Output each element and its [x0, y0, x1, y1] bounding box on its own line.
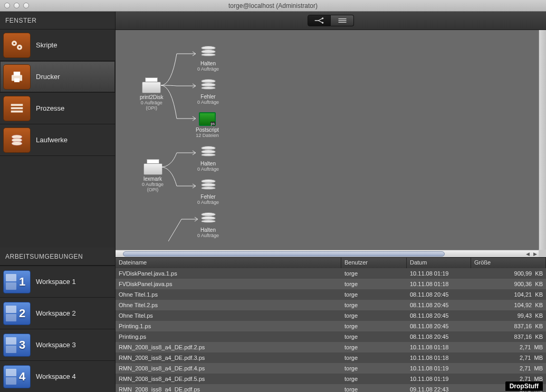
- cell-date: 09.11.08 22:43: [407, 386, 471, 392]
- cell-date: 08.11.08 20:45: [407, 302, 471, 308]
- zoom-window-button[interactable]: [23, 3, 29, 8]
- disks-icon: [200, 79, 217, 93]
- cell-name: Printing.1.ps: [116, 323, 341, 329]
- cell-user: torge: [341, 376, 407, 382]
- branch-node-postscript[interactable]: Postscript 12 Dateien: [196, 112, 219, 138]
- svg-rect-9: [11, 110, 23, 112]
- minimize-window-button[interactable]: [14, 3, 20, 8]
- sidebar-item-label: Prozesse: [36, 104, 64, 112]
- source-node-print2disk[interactable]: print2Disk 0 Aufträge (OPI): [140, 77, 163, 111]
- file-list-rows: FVDiskPanel.java.1.pstorge10.11.08 01:19…: [116, 268, 546, 392]
- vertical-scrollbar[interactable]: [539, 30, 546, 250]
- svg-rect-5: [14, 72, 21, 76]
- branch-node-fehler[interactable]: Fehler 0 Aufträge: [197, 79, 219, 105]
- branch-node-halten[interactable]: Halten 0 Aufträge: [197, 146, 219, 172]
- file-list: Dateiname Benutzer Datum Größe FVDiskPan…: [116, 257, 546, 392]
- view-mode-segment: [308, 15, 354, 26]
- workspace-item-3[interactable]: 3 Workspace 3: [0, 329, 115, 360]
- printer-icon: [141, 77, 162, 93]
- svg-rect-8: [11, 107, 23, 109]
- sidebar-item-drucker[interactable]: Drucker: [0, 61, 115, 93]
- column-header-size[interactable]: Größe: [471, 258, 546, 268]
- cell-date: 10.11.08 01:19: [407, 270, 471, 277]
- branch-node-fehler[interactable]: Fehler 0 Aufträge: [197, 179, 219, 205]
- column-header-user[interactable]: Benutzer: [341, 258, 407, 268]
- table-row[interactable]: Ohne Titel.pstorge08.11.08 20:4599,43 KB: [116, 310, 546, 321]
- view-flow-button[interactable]: [308, 15, 331, 26]
- cell-size: 837,16 KB: [471, 323, 546, 329]
- workspace-label: Workspace 2: [36, 309, 76, 317]
- cell-user: torge: [341, 302, 407, 308]
- gears-icon: [3, 33, 31, 58]
- sidebar-item-laufwerke[interactable]: Laufwerke: [0, 124, 115, 156]
- scroll-left-icon[interactable]: ◀: [524, 250, 531, 258]
- table-row[interactable]: RMN_2008_iss8_a4_DE.pdf.pstorge09.11.08 …: [116, 384, 546, 392]
- table-row[interactable]: FVDiskPanel.java.1.pstorge10.11.08 01:19…: [116, 268, 546, 279]
- workspace-badge-icon: 2: [3, 302, 31, 325]
- file-list-header: Dateiname Benutzer Datum Größe: [116, 258, 546, 268]
- sidebar-header-workspaces: ARBEITSUMGEBUNGEN: [0, 248, 115, 266]
- sidebar-item-label: Laufwerke: [36, 136, 68, 144]
- table-row[interactable]: Ohne Titel.1.pstorge08.11.08 20:45104,21…: [116, 289, 546, 300]
- table-row[interactable]: Printing.pstorge08.11.08 20:45837,16 KB: [116, 331, 546, 342]
- cell-size: 99,43 KB: [471, 312, 546, 319]
- sidebar-item-label: Drucker: [36, 73, 60, 81]
- view-list-button[interactable]: [331, 15, 354, 26]
- table-row[interactable]: RMN_2008_iss8_a4_DE.pdf.3.pstorge10.11.0…: [116, 352, 546, 363]
- dropstuff-badge[interactable]: DropStuff: [505, 381, 543, 391]
- sidebar: FENSTER Skripte Drucker Prozesse Laufwer…: [0, 12, 116, 392]
- branch-node-halten[interactable]: Halten 0 Aufträge: [197, 46, 219, 72]
- cell-user: torge: [341, 291, 407, 298]
- table-row[interactable]: FVDiskPanel.java.pstorge10.11.08 01:1890…: [116, 279, 546, 289]
- column-header-name[interactable]: Dateiname: [116, 258, 341, 268]
- close-window-button[interactable]: [4, 3, 10, 8]
- cell-size: 104,21 KB: [471, 291, 546, 298]
- cell-date: 08.11.08 20:45: [407, 334, 471, 340]
- cell-size: 104,92 KB: [471, 302, 546, 308]
- workspace-label: Workspace 3: [36, 341, 76, 349]
- printer-icon: [3, 64, 31, 90]
- scroll-right-icon[interactable]: ▶: [531, 250, 539, 258]
- window-title: torge@localhost (Administrator): [0, 2, 546, 9]
- source-node-lexmark[interactable]: lexmark 0 Aufträge (OPI): [142, 159, 164, 192]
- svg-point-3: [18, 46, 21, 48]
- workspace-item-1[interactable]: 1 Workspace 1: [0, 266, 115, 297]
- cell-user: torge: [341, 355, 407, 361]
- cell-size: 837,16 KB: [471, 334, 546, 340]
- svg-point-12: [12, 141, 22, 145]
- scroll-corner: [539, 250, 546, 257]
- column-header-date[interactable]: Datum: [407, 258, 471, 268]
- cell-size: 2,71 MB: [471, 344, 546, 350]
- workspace-item-4[interactable]: 4 Workspace 4: [0, 360, 115, 392]
- cell-date: 10.11.08 01:18: [407, 344, 471, 350]
- cell-size: 2,71 MB: [471, 355, 546, 361]
- cell-name: Printing.ps: [116, 334, 341, 340]
- flow-canvas[interactable]: print2Disk 0 Aufträge (OPI) Halten 0 Auf…: [116, 30, 546, 257]
- svg-rect-6: [14, 78, 20, 82]
- disks-icon: [200, 179, 217, 193]
- toolbar: [116, 12, 546, 30]
- branch-node-halten[interactable]: Halten 0 Aufträge: [197, 212, 219, 238]
- table-row[interactable]: Ohne Titel.2.pstorge08.11.08 20:45104,92…: [116, 300, 546, 310]
- sidebar-header-fenster: FENSTER: [0, 12, 115, 30]
- table-row[interactable]: RMN_2008_iss8_a4_DE.pdf.2.pstorge10.11.0…: [116, 342, 546, 352]
- sidebar-item-skripte[interactable]: Skripte: [0, 30, 115, 61]
- cell-date: 08.11.08 20:45: [407, 312, 471, 319]
- sidebar-item-prozesse[interactable]: Prozesse: [0, 93, 115, 124]
- table-row[interactable]: Printing.1.pstorge08.11.08 20:45837,16 K…: [116, 321, 546, 331]
- workspace-item-2[interactable]: 2 Workspace 2: [0, 297, 115, 329]
- cell-user: torge: [341, 281, 407, 287]
- workspace-badge-icon: 4: [3, 365, 31, 388]
- flow-icon: [314, 17, 324, 24]
- scrollbar-thumb[interactable]: [123, 251, 445, 257]
- table-row[interactable]: RMN_2008_iss8_a4_DE.pdf.4.pstorge10.11.0…: [116, 363, 546, 374]
- cell-name: RMN_2008_iss8_a4_DE.pdf.5.ps: [116, 376, 341, 382]
- cell-user: torge: [341, 312, 407, 319]
- disks-icon: [200, 212, 217, 226]
- table-row[interactable]: RMN_2008_iss8_a4_DE.pdf.5.pstorge10.11.0…: [116, 374, 546, 384]
- cell-size: 2,71 MB: [471, 365, 546, 371]
- cell-user: torge: [341, 270, 407, 277]
- svg-point-2: [13, 42, 15, 44]
- horizontal-scrollbar[interactable]: ◀ ▶: [116, 250, 539, 257]
- cell-user: torge: [341, 365, 407, 371]
